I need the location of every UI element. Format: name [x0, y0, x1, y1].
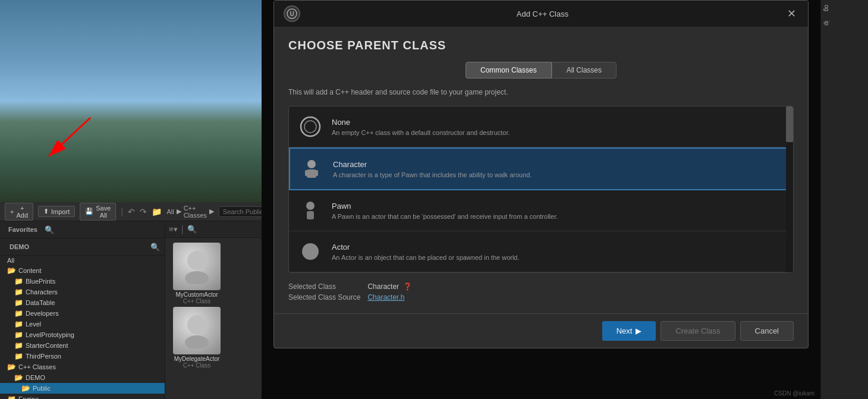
svg-point-6: [301, 117, 320, 136]
path-search-input[interactable]: [219, 206, 262, 217]
class-desc: A Pawn is an actor that can be 'possesse…: [332, 213, 784, 220]
editor-panel: + + Add ⬆ Import 💾 Save All | ↶ ↷ 📁 All …: [0, 0, 262, 399]
class-item-actor[interactable]: Actor An Actor is an object that can be …: [289, 231, 793, 272]
class-info-character: Character A character is a type of Pawn …: [333, 160, 782, 178]
class-info-pawn: Pawn A Pawn is an actor that can be 'pos…: [332, 202, 784, 220]
svg-rect-11: [315, 170, 318, 176]
class-list: None An empty C++ class with a default c…: [288, 106, 794, 273]
asset-thumb: [173, 243, 221, 290]
scrollbar-thumb[interactable]: [786, 106, 793, 142]
content-area-toolbar: ≡▾ | 🔍: [165, 221, 262, 238]
class-desc: An empty C++ class with a default constr…: [332, 129, 784, 136]
help-icon: ❓: [403, 282, 412, 291]
folder-open-icon: 📂: [7, 266, 16, 275]
modal-body: CHOOSE PARENT CLASS Common Classes All C…: [274, 27, 808, 313]
tree-item-levelprototyping[interactable]: 📁 LevelPrototyping: [0, 329, 165, 340]
tab-all-classes[interactable]: All Classes: [552, 62, 617, 78]
class-name: None: [332, 118, 784, 127]
svg-point-0: [187, 251, 206, 270]
folder-icon: 📁: [14, 331, 23, 339]
tree-item-datatable[interactable]: 📁 DataTable: [0, 297, 165, 308]
modal-title: Add C++ Class: [300, 10, 785, 18]
svg-point-2: [187, 315, 206, 334]
svg-point-1: [185, 271, 209, 284]
asset-thumb: [173, 307, 221, 354]
class-desc: A character is a type of Pawn that inclu…: [333, 171, 782, 178]
modal-titlebar: U Add C++ Class ✕: [274, 1, 808, 27]
tree-item-demo[interactable]: 📂 DEMO: [0, 372, 165, 383]
content-browser: Favorites 🔍 DEMO 🔍 All 📂 Content 📁 BlueP…: [0, 221, 262, 399]
selected-class-source-value[interactable]: Character.h: [367, 293, 794, 301]
next-button[interactable]: Next ▶: [602, 321, 656, 341]
breadcrumb: All ▶ C++ Classes ▶: [166, 205, 213, 219]
svg-rect-13: [307, 211, 314, 219]
tree-item-engine[interactable]: 📁 Engine: [0, 394, 165, 399]
favorites-search-row: Favorites 🔍: [0, 221, 165, 238]
redo-icon: ↷: [140, 207, 147, 216]
asset-sublabel: C++ Class: [183, 298, 211, 304]
tree-item-thirdperson[interactable]: 📁 ThirdPerson: [0, 351, 165, 362]
class-name: Pawn: [332, 202, 784, 211]
scrollbar-track: [786, 106, 793, 272]
asset-label: MyCustomActor: [175, 291, 218, 298]
asset-mydelegateactor[interactable]: MyDelegateActor C++ Class: [170, 307, 224, 369]
folder-icon: 📁: [14, 288, 23, 296]
cancel-button[interactable]: Cancel: [740, 321, 794, 341]
demo-search-button[interactable]: 🔍: [150, 243, 160, 252]
sidebar-panel: Favorites 🔍 DEMO 🔍 All 📂 Content 📁 BlueP…: [0, 221, 165, 399]
favorites-search-button[interactable]: 🔍: [45, 224, 54, 235]
save-icon: 💾: [85, 208, 93, 215]
tree-item-developers[interactable]: 📁 Developers: [0, 308, 165, 319]
modal-close-button[interactable]: ✕: [785, 7, 798, 20]
none-class-icon: [298, 115, 322, 139]
filter-button[interactable]: ≡▾: [169, 225, 178, 234]
folder-icon: 📁: [14, 341, 23, 350]
folder-icon: 📁: [14, 277, 23, 285]
selected-class-label: Selected Class: [288, 282, 360, 291]
svg-point-3: [185, 335, 209, 348]
import-icon: ⬆: [43, 208, 49, 215]
tree-item-characters[interactable]: 📁 Characters: [0, 287, 165, 297]
demo-row: DEMO 🔍: [0, 238, 165, 256]
modal-overlay: U Add C++ Class ✕ CHOOSE PARENT CLASS Co…: [262, 0, 820, 399]
add-cpp-class-modal: U Add C++ Class ✕ CHOOSE PARENT CLASS Co…: [273, 0, 809, 348]
svg-rect-10: [305, 170, 309, 176]
add-icon: +: [10, 208, 14, 215]
tree-item-blueprints[interactable]: 📁 BluePrints: [0, 276, 165, 287]
content-toolbar: + + Add ⬆ Import 💾 Save All | ↶ ↷ 📁 All …: [0, 202, 262, 221]
asset-mycustomactor[interactable]: MyCustomActor C++ Class: [170, 243, 224, 304]
svg-text:U: U: [290, 11, 294, 17]
right-panel: og ip: [820, 0, 868, 399]
pawn-class-icon: [298, 199, 322, 222]
class-item-none[interactable]: None An empty C++ class with a default c…: [289, 106, 793, 147]
class-item-character[interactable]: Character A character is a type of Pawn …: [289, 147, 793, 190]
tree-item-cpp-classes[interactable]: 📂 C++ Classes: [0, 362, 165, 372]
import-button[interactable]: ⬆ Import: [38, 206, 75, 217]
folder-icon: 📁: [14, 309, 23, 318]
content-area: ≡▾ | 🔍 MyCustomActor C++ Class: [165, 221, 262, 399]
save-all-button[interactable]: 💾 Save All: [80, 203, 116, 221]
tree-item-all[interactable]: All: [0, 256, 165, 265]
content-search-button[interactable]: 🔍: [187, 225, 197, 234]
modal-description: This will add a C++ header and source co…: [288, 88, 794, 96]
selected-class-value: Character ❓: [367, 282, 794, 291]
svg-point-12: [306, 202, 315, 210]
class-info-actor: Actor An Actor is an object that can be …: [332, 243, 784, 261]
tree-item-level[interactable]: 📁 Level: [0, 319, 165, 329]
svg-point-8: [307, 160, 316, 168]
class-item-pawn[interactable]: Pawn A Pawn is an actor that can be 'pos…: [289, 190, 793, 231]
folder-icon: 📁: [152, 207, 162, 216]
ue-logo: U: [284, 5, 300, 22]
tab-common-classes[interactable]: Common Classes: [466, 62, 552, 78]
asset-sublabel: C++ Class: [183, 362, 211, 369]
selected-info: Selected Class Character ❓ Selected Clas…: [288, 282, 794, 301]
folder-open-icon: 📂: [21, 384, 30, 392]
content-grid: MyCustomActor C++ Class MyDelegateActor …: [165, 238, 262, 373]
tree-item-content[interactable]: 📂 Content: [0, 265, 165, 276]
class-info-none: None An empty C++ class with a default c…: [332, 118, 784, 136]
tree-item-public[interactable]: 📂 Public: [0, 383, 165, 394]
add-button[interactable]: + + Add: [5, 203, 33, 221]
folder-icon: 📁: [14, 352, 23, 360]
folder-icon: 📁: [14, 320, 23, 328]
tree-item-startercontent[interactable]: 📁 StarterContent: [0, 340, 165, 351]
